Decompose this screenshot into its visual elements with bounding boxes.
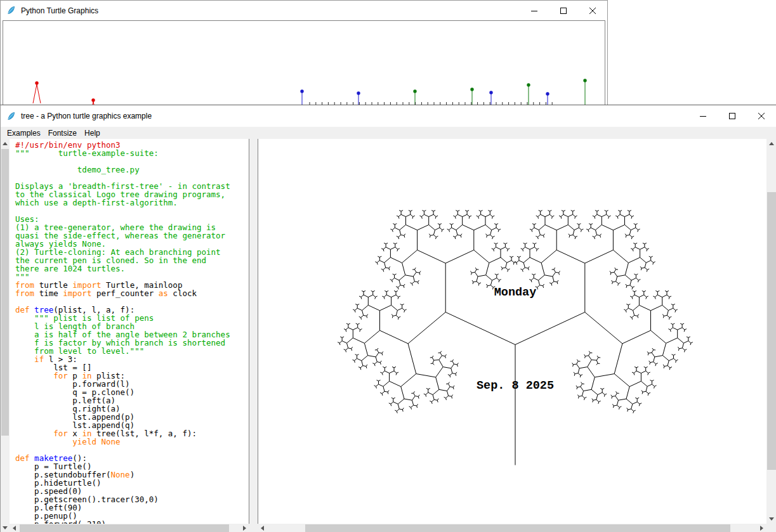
bg-canvas-drawing xyxy=(3,21,605,107)
scroll-right-button[interactable] xyxy=(240,524,249,532)
menu-examples[interactable]: Examples xyxy=(3,129,44,138)
fg-window-controls xyxy=(688,105,776,127)
menu-fontsize[interactable]: Fontsize xyxy=(44,129,81,138)
bg-titlebar: Python Turtle Graphics xyxy=(1,1,607,20)
scroll-down-button[interactable] xyxy=(766,514,776,524)
canvas-hscrollbar[interactable] xyxy=(258,524,766,532)
code-vscrollbar[interactable] xyxy=(1,139,10,532)
tk-feather-icon xyxy=(6,6,16,15)
scroll-right-button[interactable] xyxy=(757,524,766,532)
fg-titlebar: tree - a Python turtle graphics example xyxy=(1,105,776,127)
day-label: Monday xyxy=(494,286,537,299)
code-vscroll-thumb[interactable] xyxy=(1,149,9,436)
desktop: Python Turtle Graphics tree - a Python t… xyxy=(0,0,776,532)
date-label: Sep. 8 2025 xyxy=(477,379,554,393)
code-hscrollbar[interactable] xyxy=(10,524,249,532)
bg-window-title: Python Turtle Graphics xyxy=(21,6,98,15)
bg-minimize-button[interactable] xyxy=(520,1,549,20)
scroll-up-button[interactable] xyxy=(766,139,776,148)
code-text[interactable]: #!/usr/bin/env python3""" turtle-example… xyxy=(10,139,249,524)
menu-help[interactable]: Help xyxy=(81,129,104,138)
scrollbar-corner xyxy=(766,524,776,532)
fg-close-button[interactable] xyxy=(747,105,776,127)
canvas-hscroll-thumb[interactable] xyxy=(305,524,730,532)
menubar: Examples Fontsize Help xyxy=(1,127,776,139)
canvas-vscroll-thumb[interactable] xyxy=(767,192,776,470)
turtle-canvas: Monday Sep. 8 2025 xyxy=(258,139,766,524)
bg-close-button[interactable] xyxy=(578,1,607,20)
demo-content: #!/usr/bin/env python3""" turtle-example… xyxy=(1,139,776,532)
fg-window-title: tree - a Python turtle graphics example xyxy=(21,112,152,120)
scroll-up-button[interactable] xyxy=(1,139,10,148)
pane-divider xyxy=(249,139,258,532)
bg-window-controls xyxy=(520,1,607,20)
fg-maximize-button[interactable] xyxy=(718,105,747,127)
scroll-down-button[interactable] xyxy=(1,523,10,532)
tree-demo-window: tree - a Python turtle graphics example … xyxy=(0,105,776,532)
scroll-left-button[interactable] xyxy=(258,524,267,532)
fg-minimize-button[interactable] xyxy=(688,105,718,127)
scroll-left-button[interactable] xyxy=(10,524,19,532)
bg-maximize-button[interactable] xyxy=(549,1,578,20)
tk-feather-icon xyxy=(6,112,16,121)
code-hscroll-thumb[interactable] xyxy=(20,524,229,532)
canvas-vscrollbar[interactable] xyxy=(766,139,776,524)
tree-canvas-drawing: Monday Sep. 8 2025 xyxy=(258,139,766,524)
